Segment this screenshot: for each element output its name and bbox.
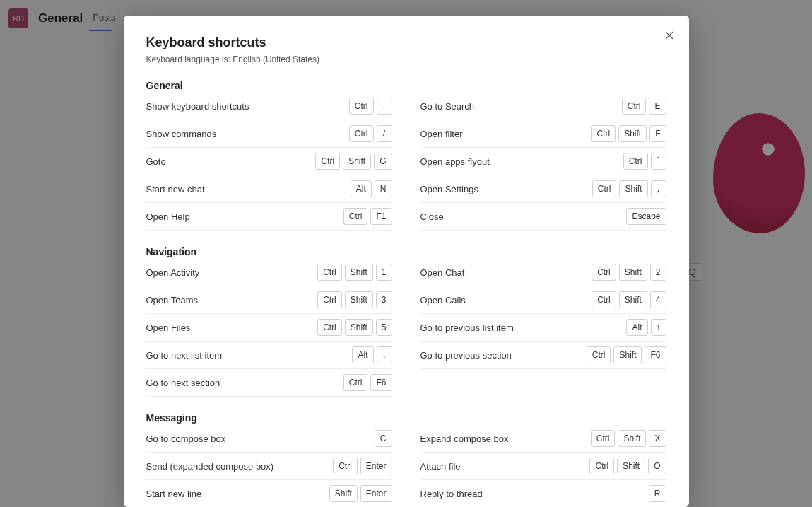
shortcut-label: Show commands [146,129,217,139]
shortcut-label: Go to previous section [420,350,512,361]
shortcut-row: Send (expanded compose box)CtrlEnter [146,453,392,480]
shortcut-row: GotoCtrlShiftG [146,148,392,175]
shortcut-label: Expand compose box [420,433,509,444]
shortcut-key: Ctrl [622,98,647,115]
shortcut-key: Ctrl [623,153,648,170]
section-grid: Show keyboard shortcutsCtrl.Show command… [146,93,666,231]
shortcut-label: Open Calls [420,295,466,305]
shortcut-row: Open apps flyoutCtrl` [420,148,666,175]
shortcut-key: Ctrl [333,458,358,474]
shortcut-keys: CtrlE [622,98,666,115]
shortcut-row: Open filterCtrlShiftF [420,120,666,148]
shortcut-row: Go to previous sectionCtrlShiftF6 [420,342,666,369]
shortcut-key: Ctrl [592,291,616,308]
shortcut-key: N [375,180,392,197]
shortcut-key: E [649,98,666,115]
shortcut-label: Reply to thread [420,489,483,499]
shortcut-label: Goto [146,156,166,167]
shortcut-key: Alt [626,319,647,336]
shortcut-key: Shift [617,458,645,474]
shortcut-keys: CtrlShift, [592,180,666,197]
shortcut-keys: CtrlShift1 [317,264,392,281]
shortcut-label: Go to Search [420,101,475,112]
keyboard-shortcuts-dialog: Keyboard shortcuts Keyboard language is:… [124,16,689,507]
shortcut-keys: Alt↑ [626,319,666,336]
shortcut-key: 1 [376,264,392,281]
shortcut-key: Shift [329,485,358,502]
section-col-right: Go to SearchCtrlEOpen filterCtrlShiftFOp… [420,93,666,231]
shortcut-keys: CtrlShiftG [315,153,392,170]
shortcut-row: Go to next sectionCtrlF6 [146,369,392,397]
shortcut-key: , [651,180,666,197]
dialog-scroll[interactable]: Keyboard shortcuts Keyboard language is:… [124,16,689,507]
shortcut-key: ↑ [651,319,666,336]
section-title: Navigation [146,246,666,257]
shortcut-key: Enter [360,458,392,474]
shortcut-row: Open FilesCtrlShift5 [146,314,392,342]
shortcut-keys: R [649,485,666,502]
shortcut-label: Open apps flyout [420,156,490,167]
close-icon [665,31,673,40]
shortcut-key: Ctrl [343,374,368,391]
shortcut-key: Shift [613,346,642,363]
shortcut-key: 4 [650,291,666,308]
shortcut-row: Attach fileCtrlShiftO [420,453,666,480]
shortcut-row: Go to previous list itemAlt↑ [420,314,666,342]
shortcut-row: Start new chatAltN [146,175,392,203]
shortcut-keys: Ctrl/ [349,125,392,142]
shortcut-label: Open Help [146,211,190,222]
shortcut-key: F1 [370,208,392,225]
shortcut-row: Show commandsCtrl/ [146,120,392,148]
shortcut-keys: C [375,430,392,447]
dialog-subtitle: Keyboard language is: English (United St… [146,54,666,64]
shortcut-keys: CtrlShiftO [589,458,666,474]
shortcut-key: C [375,430,392,447]
section-col-right: Open ChatCtrlShift2Open CallsCtrlShift4G… [420,259,666,397]
shortcut-row: Show keyboard shortcutsCtrl. [146,93,392,120]
shortcut-key: 5 [376,319,392,336]
shortcut-row: Reply to threadR [420,480,666,507]
shortcut-row: Open CallsCtrlShift4 [420,286,666,314]
modal-overlay: Keyboard shortcuts Keyboard language is:… [0,0,812,507]
shortcut-keys: CtrlF6 [343,374,392,391]
shortcut-label: Open Teams [146,295,198,305]
shortcut-keys: ShiftEnter [329,485,392,502]
shortcut-key: Shift [345,264,373,281]
shortcut-key: Ctrl [589,458,614,474]
close-button[interactable] [659,25,679,45]
shortcut-row: Expand compose boxCtrlShiftX [420,425,666,453]
shortcut-keys: Escape [626,208,666,225]
shortcut-keys: Ctrl. [349,98,392,115]
shortcut-label: Open Settings [420,184,478,194]
shortcut-key: Ctrl [591,125,616,142]
shortcut-key: Ctrl [349,98,374,115]
shortcut-label: Go to previous list item [420,322,514,333]
shortcut-key: Ctrl [592,180,617,197]
shortcut-row: Go to SearchCtrlE [420,93,666,120]
section-title: General [146,80,666,91]
shortcut-key: F6 [370,374,392,391]
shortcut-key: Ctrl [592,264,616,281]
shortcut-key: / [377,125,392,142]
shortcut-key: Ctrl [349,125,374,142]
shortcut-key: Ctrl [315,153,340,170]
shortcut-keys: Ctrl` [623,153,666,170]
shortcut-key: Ctrl [317,319,342,336]
shortcut-key: Escape [626,208,666,225]
shortcut-keys: CtrlShiftX [591,430,666,447]
shortcut-row: Open ChatCtrlShift2 [420,259,666,286]
shortcut-label: Go to next list item [146,350,223,361]
shortcut-key: F6 [645,346,666,363]
section-col-left: Open ActivityCtrlShift1Open TeamsCtrlShi… [146,259,392,397]
dialog-title: Keyboard shortcuts [146,35,666,50]
shortcut-row: Open TeamsCtrlShift3 [146,286,392,314]
shortcut-label: Start new chat [146,184,205,194]
section-col-left: Show keyboard shortcutsCtrl.Show command… [146,93,392,231]
shortcut-key: . [377,98,392,115]
shortcut-key: G [374,153,392,170]
shortcut-keys: CtrlF1 [343,208,392,225]
shortcut-label: Show keyboard shortcuts [146,101,249,112]
shortcut-key: Shift [618,125,647,142]
shortcut-label: Close [420,211,444,222]
section-grid: Go to compose boxCSend (expanded compose… [146,425,666,507]
